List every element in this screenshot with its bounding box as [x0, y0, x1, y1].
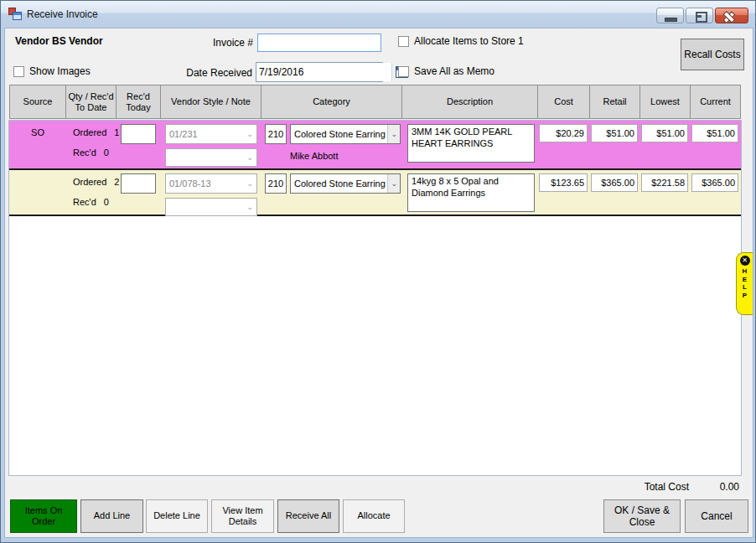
retail-value[interactable]: $51.00 — [591, 124, 638, 142]
chevron-down-icon: ⌄ — [246, 130, 253, 138]
category-dropdown[interactable]: Colored Stone Earring⌄ — [290, 173, 401, 194]
date-received-label: Date Received — [173, 67, 252, 79]
save-all-memo-checkbox[interactable] — [398, 66, 409, 77]
retail-value[interactable]: $365.00 — [591, 173, 638, 192]
calendar-picker-button[interactable]: 15 — [391, 63, 392, 81]
lowest-value[interactable]: $221.58 — [641, 173, 688, 192]
window-title: Receive Invoice — [27, 8, 98, 20]
lowest-value[interactable]: $51.00 — [641, 124, 688, 142]
minimize-button[interactable] — [656, 8, 684, 23]
category-dropdown[interactable]: Colored Stone Earring⌄ — [290, 124, 401, 144]
vendor-style-dropdown[interactable]: 01/078-13⌄ — [165, 173, 257, 194]
chevron-down-icon: ⌄ — [387, 174, 400, 193]
vendor-label: Vendor BS Vendor — [15, 35, 103, 47]
col-header-recd-today: Rec'd Today — [116, 85, 161, 119]
receive-invoice-window: Receive Invoice Vendor BS Vendor Invoice… — [0, 0, 756, 543]
allocate-button[interactable]: Allocate — [343, 499, 405, 533]
cancel-button[interactable]: Cancel — [685, 499, 748, 533]
description-input[interactable]: 3MM 14K GOLD PEARL HEART EARRINGS — [407, 124, 535, 163]
show-images-checkbox-row: Show Images — [13, 65, 91, 77]
items-on-order-button[interactable]: Items On Order — [10, 499, 77, 533]
chevron-down-icon: ⌄ — [246, 153, 253, 162]
invoice-line-row[interactable]: SO Ordered1 Rec'd0 01/231⌄ ⌄ Colored Sto… — [9, 121, 741, 170]
total-cost-value: 0.00 — [681, 481, 739, 493]
category-code-input[interactable] — [265, 124, 287, 144]
col-header-source: Source — [9, 85, 66, 119]
recd-today-input[interactable] — [121, 173, 156, 194]
vendor-style-dropdown[interactable]: 01/231⌄ — [165, 124, 257, 144]
category-code-input[interactable] — [265, 173, 287, 194]
recall-costs-button[interactable]: Recall Costs — [681, 39, 744, 70]
ordered-qty: Ordered2 — [73, 177, 119, 187]
cost-value[interactable]: $20.29 — [539, 124, 588, 142]
maximize-button[interactable] — [686, 8, 713, 23]
chevron-down-icon: ⌄ — [246, 179, 253, 188]
chevron-down-icon: ⌄ — [387, 125, 400, 143]
vendor-style-dropdown-secondary[interactable]: ⌄ — [165, 148, 257, 167]
total-cost-label: Total Cost — [583, 481, 689, 493]
allocate-items-checkbox-row: Allocate Items to Store 1 — [398, 35, 524, 47]
col-header-current: Current — [690, 85, 741, 119]
grid-column-headers: Source Qty / Rec'd To Date Rec'd Today V… — [9, 85, 741, 119]
source-value — [9, 170, 66, 177]
help-close-icon — [740, 256, 750, 266]
current-value[interactable]: $51.00 — [691, 124, 738, 142]
client-area: Vendor BS Vendor Invoice # Allocate Item… — [4, 28, 753, 538]
close-button[interactable] — [715, 8, 748, 23]
description-input[interactable]: 14kyg 8 x 5 Opal and Diamond Earrings — [407, 173, 535, 212]
receive-all-button[interactable]: Receive All — [277, 499, 339, 533]
col-header-description: Description — [401, 85, 538, 119]
allocate-items-checkbox[interactable] — [398, 36, 409, 47]
invoice-lines-panel: SO Ordered1 Rec'd0 01/231⌄ ⌄ Colored Sto… — [8, 120, 742, 476]
allocate-items-label: Allocate Items to Store 1 — [414, 35, 524, 47]
col-header-vendor-style: Vendor Style / Note — [160, 85, 261, 119]
ok-save-close-button[interactable]: OK / Save & Close — [603, 499, 681, 533]
app-form-icon — [8, 8, 22, 21]
show-images-label: Show Images — [29, 65, 91, 77]
save-all-memo-label: Save All as Memo — [414, 65, 495, 77]
help-tab[interactable]: H E L P — [736, 252, 753, 315]
col-header-qty-recd: Qty / Rec'd To Date — [65, 85, 117, 119]
vendor-style-dropdown-secondary[interactable]: ⌄ — [165, 198, 257, 216]
ordered-qty: Ordered1 — [73, 127, 119, 137]
date-received-input[interactable] — [256, 63, 391, 81]
date-received-control: 15 — [256, 62, 383, 82]
cost-value[interactable]: $123.65 — [539, 173, 588, 192]
recd-today-input[interactable] — [121, 124, 156, 144]
chevron-down-icon: ⌄ — [246, 203, 253, 211]
line-note: Mike Abbott — [290, 151, 338, 161]
invoice-number-label: Invoice # — [198, 37, 253, 49]
view-item-details-button[interactable]: View Item Details — [211, 499, 274, 533]
invoice-number-input[interactable] — [257, 34, 381, 52]
col-header-category: Category — [261, 85, 402, 119]
received-qty: Rec'd0 — [73, 147, 109, 158]
col-header-retail: Retail — [589, 85, 640, 119]
source-value: SO — [9, 121, 66, 137]
received-qty: Rec'd0 — [73, 197, 109, 207]
current-value[interactable]: $365.00 — [691, 173, 738, 192]
col-header-lowest: Lowest — [639, 85, 691, 119]
show-images-checkbox[interactable] — [13, 66, 24, 77]
title-bar: Receive Invoice — [1, 1, 755, 28]
col-header-cost: Cost — [537, 85, 590, 119]
add-line-button[interactable]: Add Line — [80, 499, 143, 533]
save-memo-checkbox-row: Save All as Memo — [398, 65, 495, 77]
invoice-line-row[interactable]: Ordered2 Rec'd0 01/078-13⌄ ⌄ Colored Sto… — [9, 170, 741, 216]
delete-line-button[interactable]: Delete Line — [146, 499, 208, 533]
